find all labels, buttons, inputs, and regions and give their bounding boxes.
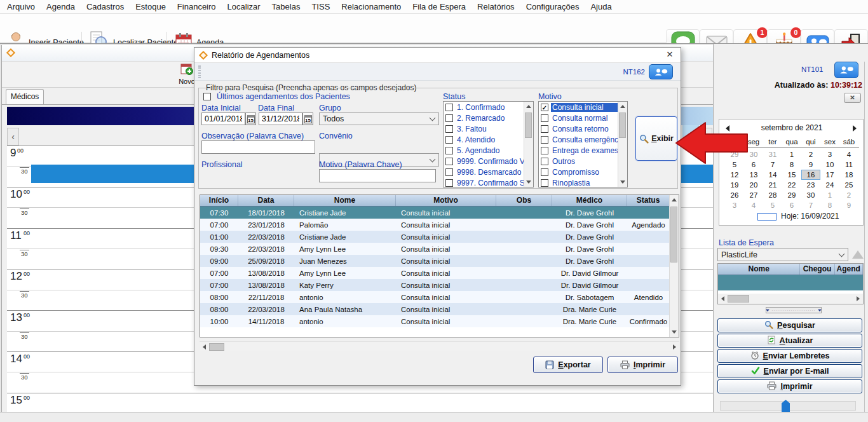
checkbox-icon[interactable]: [541, 147, 548, 154]
calendar-day[interactable]: 7: [763, 160, 782, 170]
calendar-day[interactable]: 26: [725, 190, 744, 200]
checklist-item[interactable]: 9997. Confirmado S: [444, 177, 533, 187]
calendar-day[interactable]: 7: [801, 200, 820, 210]
last-appointments-checkbox[interactable]: Últimos agendamentos dos Pacientes: [203, 92, 350, 101]
status-checklist[interactable]: 1. Confirmado2. Remarcado3. Faltou4. Ate…: [443, 101, 534, 187]
table-row[interactable]: 09:0025/09/2018Juan MenezesConsulta inic…: [200, 255, 670, 267]
calendar-day[interactable]: 5: [763, 200, 782, 210]
panel-splitter[interactable]: ·······················: [766, 307, 822, 313]
dialog-titlebar[interactable]: Relatório de Agendamentos ✕: [194, 48, 681, 63]
calendar-day[interactable]: 10: [820, 160, 839, 170]
column-header-obs[interactable]: Obs: [496, 195, 552, 206]
calendar-day[interactable]: 2: [801, 149, 820, 160]
calendar-day[interactable]: 6: [744, 160, 763, 170]
table-row[interactable]: 07:3018/01/2018Cristiane JadeConsulta in…: [200, 207, 670, 219]
checkbox-icon[interactable]: [445, 125, 453, 133]
checkbox-icon[interactable]: [445, 158, 453, 165]
contacts-icon[interactable]: [649, 64, 673, 79]
table-row[interactable]: 07:0013/08/2018Katy PerryConsulta inicia…: [200, 279, 670, 291]
column-header-nome[interactable]: Nome: [294, 195, 396, 206]
waiting-list-dropdown[interactable]: PlasticLife: [717, 248, 848, 261]
table-row[interactable]: 10:0014/11/2018antonioConsulta inicialDr…: [200, 315, 670, 327]
checklist-item[interactable]: Consulta normal: [539, 112, 627, 123]
checklist-item[interactable]: Compromisso: [539, 167, 627, 177]
motivo-checklist[interactable]: ✓Consulta inicialConsulta normalConsulta…: [538, 101, 628, 187]
results-vscrollbar[interactable]: [669, 195, 679, 337]
menu-item-agenda[interactable]: Agenda: [41, 0, 81, 14]
calendar-day[interactable]: 1: [820, 190, 839, 200]
calendar-day[interactable]: 9: [839, 200, 858, 210]
action-button-atualizar[interactable]: Atualizar: [717, 334, 862, 348]
selected-day[interactable]: 16: [801, 170, 820, 180]
observacao-input[interactable]: [201, 140, 315, 154]
menu-item-estoque[interactable]: Estoque: [130, 0, 172, 14]
window-close-button[interactable]: ✕: [844, 93, 861, 103]
calendar-day[interactable]: 31: [763, 149, 782, 160]
today-marker-box[interactable]: [757, 213, 776, 221]
checkbox-icon[interactable]: ✓: [541, 104, 548, 111]
menu-item-ajuda[interactable]: Ajuda: [585, 0, 617, 14]
checkbox-icon[interactable]: [445, 104, 453, 111]
checkbox-icon[interactable]: [445, 147, 453, 154]
checkbox-icon[interactable]: [445, 168, 453, 176]
calendar-day[interactable]: 21: [763, 180, 782, 190]
column-header-chegou[interactable]: Chegou: [800, 264, 834, 275]
calendar-day[interactable]: 8: [820, 200, 839, 210]
menu-item-tiss[interactable]: TISS: [306, 0, 336, 14]
calendar-day[interactable]: 15: [782, 170, 801, 180]
grupo-dropdown[interactable]: Todos: [319, 112, 439, 125]
contacts-icon[interactable]: [834, 62, 858, 78]
calendar-day[interactable]: 29: [725, 149, 744, 160]
calendar-day[interactable]: 9: [801, 160, 820, 170]
checkbox-icon[interactable]: [541, 179, 548, 187]
checklist-item[interactable]: Outros: [539, 156, 627, 167]
checkbox-icon[interactable]: [541, 136, 548, 144]
calendar-day[interactable]: 17: [820, 170, 839, 180]
column-header-motivo[interactable]: Motivo: [396, 195, 496, 206]
calendar-day[interactable]: 13: [744, 170, 763, 180]
checklist-item[interactable]: Consulta emergênc: [539, 134, 627, 145]
checklist-item[interactable]: Rinoplastia: [539, 177, 627, 187]
calendar-day[interactable]: 20: [744, 180, 763, 190]
calendar-day[interactable]: 3: [820, 149, 839, 160]
checkbox-icon[interactable]: [445, 179, 453, 187]
zoom-slider[interactable]: [720, 401, 856, 411]
calendar-next-icon[interactable]: [853, 125, 857, 132]
calendar-day[interactable]: 8: [782, 160, 801, 170]
calendar-day[interactable]: 23: [801, 180, 820, 190]
column-header-in-cio[interactable]: Início: [200, 195, 238, 206]
calendar-day[interactable]: 24: [820, 180, 839, 190]
action-button-pesquisar[interactable]: Pesquisar: [717, 318, 862, 332]
calendar-day[interactable]: 11: [839, 160, 858, 170]
menu-item-cadastros[interactable]: Cadastros: [81, 0, 130, 14]
results-table[interactable]: InícioDataNomeMotivoObsMédicoStatus 07:3…: [200, 194, 679, 337]
menu-item-relacionamento[interactable]: Relacionamento: [336, 0, 407, 14]
table-row[interactable]: 07:0013/08/2018Amy Lynn LeeConsulta inic…: [200, 267, 670, 279]
data-inicial-input[interactable]: [201, 112, 245, 125]
checkbox-icon[interactable]: [541, 168, 548, 176]
checklist-item[interactable]: 5. Agendado: [444, 145, 533, 156]
slider-thumb[interactable]: [782, 400, 790, 412]
calendar-day[interactable]: 1: [782, 149, 801, 160]
checklist-item[interactable]: 2. Remarcado: [444, 112, 533, 123]
column-header-m-dico[interactable]: Médico: [552, 195, 627, 206]
checklist-item[interactable]: ✓Consulta inicial: [539, 102, 627, 112]
calendar-day[interactable]: 4: [744, 200, 763, 210]
checkbox-icon[interactable]: [541, 125, 548, 133]
column-header-data[interactable]: Data: [238, 195, 294, 206]
checkbox-icon[interactable]: [203, 93, 211, 100]
table-row[interactable]: 08:0022/11/2018antonioConsulta inicialDr…: [200, 291, 670, 303]
imprimir-dialog-button[interactable]: Imprimir: [607, 357, 678, 373]
exportar-button[interactable]: Exportar: [533, 357, 603, 373]
scrollbar[interactable]: [524, 102, 533, 187]
exibir-button[interactable]: Exibir: [635, 116, 677, 161]
motivo-chave-input[interactable]: [319, 169, 436, 182]
time-slot[interactable]: 1500: [7, 393, 714, 412]
calendar-day[interactable]: 25: [839, 180, 858, 190]
calendar-day[interactable]: 22: [782, 180, 801, 190]
checkbox-icon[interactable]: [541, 114, 548, 122]
checklist-item[interactable]: 4. Atendido: [444, 134, 533, 145]
checkbox-icon[interactable]: [445, 114, 453, 122]
column-header-status[interactable]: Status: [627, 195, 670, 206]
collapse-up-icon[interactable]: [852, 250, 864, 259]
